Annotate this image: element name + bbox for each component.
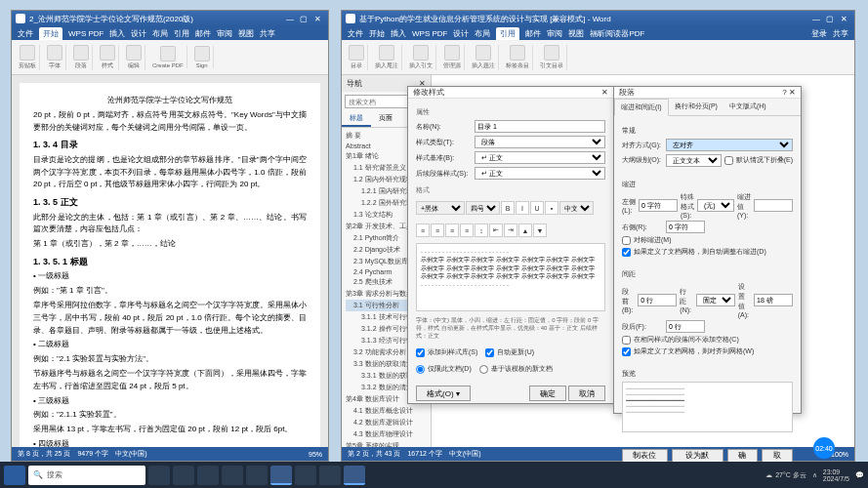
indent-inc-icon[interactable]: ⇥ <box>504 224 517 237</box>
close-button[interactable]: ✕ <box>310 15 324 23</box>
menu-view[interactable]: 视图 <box>238 28 254 39</box>
menu-view[interactable]: 视图 <box>568 28 584 39</box>
para-button[interactable] <box>73 45 89 61</box>
toc-button[interactable] <box>349 45 364 61</box>
auto-update-checkbox[interactable] <box>485 348 494 357</box>
spacing-after-icon[interactable]: ▼ <box>533 224 547 237</box>
font-button[interactable] <box>47 45 62 61</box>
color-button[interactable]: ▪ <box>545 201 558 215</box>
edge-icon[interactable] <box>197 466 219 485</box>
nav-item[interactable]: 4.1 数据库概念设计 <box>346 405 427 417</box>
menu-wpspdf[interactable]: WPS PDF <box>412 29 447 38</box>
taskbar-search[interactable]: 🔍搜索 <box>28 466 145 485</box>
cancel-button[interactable]: 取消 <box>568 386 605 401</box>
start-button[interactable] <box>4 466 25 485</box>
style-base-select[interactable]: ↵ 正文 <box>475 151 605 164</box>
space-before-input[interactable] <box>638 294 677 306</box>
mail-icon[interactable] <box>222 466 243 485</box>
tab-asian[interactable]: 中文版式(H) <box>723 99 772 115</box>
zoom-left[interactable]: 95% <box>309 451 322 458</box>
titlebar-right[interactable]: 基于Python的学生就业信息分析管理系统的设计与实现 [兼容模式] - Wor… <box>342 11 854 26</box>
caption-button[interactable] <box>475 45 491 61</box>
snap-grid-checkbox[interactable] <box>622 347 631 356</box>
min-button[interactable]: — <box>283 15 297 23</box>
tab-line-page[interactable]: 换行和分页(P) <box>669 99 723 115</box>
menu-share[interactable]: 共享 <box>260 28 275 39</box>
nav-tab-headings[interactable]: 标题 <box>342 111 371 127</box>
indent-right-input[interactable] <box>666 221 705 233</box>
ok-button[interactable]: 确定 <box>529 386 566 401</box>
menu-home[interactable]: 开始 <box>39 27 62 40</box>
alignment-select[interactable]: 左对齐 <box>666 139 793 151</box>
menu-login[interactable]: 登录 <box>811 28 827 39</box>
system-tray[interactable]: ☁ 27°C 多云 ∧ 23:092024/7/5 💬 <box>765 468 864 482</box>
line-spacing-select[interactable]: 固定值 <box>696 294 735 306</box>
nav-item[interactable]: 第5章 系统的实现 <box>346 440 427 447</box>
help-icon[interactable]: ? <box>782 88 786 97</box>
menu-foxit[interactable]: 福昕阅读器PDF <box>590 28 644 39</box>
italic-button[interactable]: I <box>516 201 529 215</box>
explorer-icon[interactable] <box>173 466 194 485</box>
align-center-icon[interactable]: ≡ <box>431 224 444 237</box>
index-button[interactable] <box>510 45 525 61</box>
wechat-icon[interactable] <box>319 466 341 485</box>
bold-button[interactable]: B <box>501 201 515 215</box>
menu-mail[interactable]: 邮件 <box>195 28 211 39</box>
align-justify-icon[interactable]: ≡ <box>460 224 474 237</box>
menu-mail[interactable]: 邮件 <box>525 28 541 39</box>
close-button[interactable]: ✕ <box>837 15 850 23</box>
tab-indent-spacing[interactable]: 缩进和间距(I) <box>614 99 669 116</box>
menu-insert[interactable]: 插入 <box>109 28 125 39</box>
max-button[interactable]: ▢ <box>297 15 310 23</box>
menu-design[interactable]: 设计 <box>131 28 146 39</box>
special-select[interactable]: (无) <box>697 199 734 212</box>
menu-insert[interactable]: 插入 <box>391 28 406 39</box>
menu-ref[interactable]: 引用 <box>174 28 189 39</box>
styles-button[interactable] <box>100 45 115 61</box>
align-left-icon[interactable]: ≡ <box>416 224 430 237</box>
template-radio[interactable] <box>479 365 488 374</box>
space-after-input[interactable] <box>666 320 705 333</box>
doc-only-radio[interactable] <box>416 365 425 374</box>
spacing-before-icon[interactable]: ▲ <box>518 224 532 237</box>
weather-widget[interactable]: ☁ 27°C 多云 <box>765 470 806 480</box>
notification-icon[interactable]: 💬 <box>855 471 864 479</box>
menu-layout[interactable]: 布局 <box>475 28 490 39</box>
menu-design[interactable]: 设计 <box>453 28 469 39</box>
nav-item[interactable]: 4.3 数据库物理设计 <box>346 428 427 440</box>
indent-by-input[interactable] <box>754 199 793 212</box>
menu-file[interactable]: 文件 <box>18 28 33 39</box>
style-next-select[interactable]: ↵ 正文 <box>475 167 605 180</box>
citation-button[interactable] <box>413 45 429 61</box>
footnote-button[interactable] <box>379 45 394 61</box>
style-name-input[interactable] <box>475 120 605 133</box>
menu-review[interactable]: 审阅 <box>547 28 562 39</box>
format-menu-button[interactable]: 格式(O) ▾ <box>416 386 471 401</box>
underline-button[interactable]: U <box>530 201 544 215</box>
outline-select[interactable]: 正文文本 <box>666 154 722 167</box>
app-icon[interactable] <box>295 466 316 485</box>
store-icon[interactable] <box>246 466 268 485</box>
citlist-button[interactable] <box>544 45 559 61</box>
size-select[interactable]: 四号 <box>466 201 500 215</box>
at-input[interactable] <box>754 294 793 306</box>
no-space-checkbox[interactable] <box>622 336 631 345</box>
align-right-icon[interactable]: ≡ <box>445 224 459 237</box>
nav-tab-pages[interactable]: 页面 <box>371 111 400 127</box>
menu-review[interactable]: 审阅 <box>217 28 232 39</box>
nav-item[interactable]: 4.2 数据库逻辑设计 <box>346 417 427 428</box>
min-button[interactable]: — <box>809 15 823 23</box>
font-select[interactable]: +黑体 <box>416 201 465 215</box>
lang-select[interactable]: 中文 <box>559 201 594 215</box>
add-gallery-checkbox[interactable] <box>416 348 425 357</box>
menu-ref[interactable]: 引用 <box>496 27 519 40</box>
indent-dec-icon[interactable]: ⇤ <box>489 224 503 237</box>
source-button[interactable] <box>444 45 460 61</box>
menu-layout[interactable]: 布局 <box>152 28 168 39</box>
menu-home[interactable]: 开始 <box>369 28 385 39</box>
document-area-left[interactable]: 沧州师范学院学士学位论文写作规范 20 pt，段前 0 pt，两端对齐，标点符号… <box>12 75 328 447</box>
createpdf-button[interactable] <box>160 46 176 61</box>
indent-left-input[interactable] <box>639 199 678 212</box>
word-taskbar-icon[interactable] <box>270 466 292 485</box>
menu-file[interactable]: 文件 <box>348 28 363 39</box>
